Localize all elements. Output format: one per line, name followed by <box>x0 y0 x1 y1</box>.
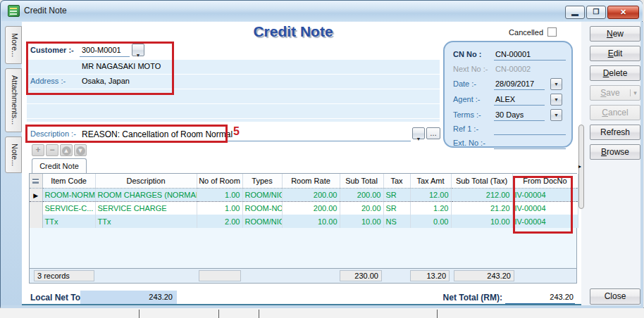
cancelled-label: Cancelled <box>487 28 543 37</box>
cancel-button-label: Cancel <box>602 108 628 117</box>
move-up-button[interactable]: ▲ <box>60 144 73 156</box>
grid-cell[interactable]: 200.00 <box>282 201 340 215</box>
minimize-icon: ▬ <box>566 10 584 18</box>
address-line-3[interactable] <box>27 89 440 104</box>
grid-cell[interactable]: ROOM/NIGHT <box>242 215 282 228</box>
grid-cell[interactable]: IV-00004 <box>512 215 578 228</box>
new-button[interactable]: New <box>590 26 640 42</box>
next-no-value: CN-00002 <box>495 65 531 73</box>
add-row-button[interactable]: + <box>32 144 44 156</box>
edit-button[interactable]: Edit <box>590 46 640 61</box>
date-dropdown-button[interactable] <box>550 78 562 90</box>
cancelled-checkbox[interactable] <box>547 27 557 37</box>
save-button[interactable]: Save▾ <box>590 85 640 101</box>
move-down-button[interactable]: ▼ <box>74 144 87 156</box>
grid-cell[interactable]: 200.00 <box>340 188 383 201</box>
address-field[interactable]: Osaka, Japan <box>82 77 130 85</box>
description-field[interactable]: REASON: Cancellation of Room Normal <box>82 129 233 139</box>
grid-cell[interactable]: 20.00 <box>340 201 383 215</box>
grid-cell[interactable]: SERVICE-C... <box>42 201 95 215</box>
column-header-item-code[interactable]: Item Code <box>42 174 95 188</box>
table-row[interactable]: TTxTTx2.00ROOM/NIGHT10.0010.00NS0.0010.0… <box>30 215 578 228</box>
edit-button-label: Edit <box>608 49 623 58</box>
credit-note-window: Credit Note ▬ ❐ ✕ More...Attachments...N… <box>0 0 643 307</box>
grid-cell[interactable]: 2.00 <box>197 215 242 228</box>
grid-cell[interactable]: 1.20 <box>410 201 451 215</box>
grid-cell[interactable]: SR <box>383 188 410 201</box>
description-label: Description :- <box>30 129 76 138</box>
delete-button-label: Delete <box>603 68 628 78</box>
grid-cell[interactable]: ROOM-NORM <box>242 201 282 215</box>
minimize-button[interactable]: ▬ <box>565 6 585 19</box>
grid-cell[interactable]: SERVICE CHARGE <box>95 201 197 215</box>
grid-cell[interactable]: IV-00004 <box>512 188 578 201</box>
column-header-tax-amt[interactable]: Tax Amt <box>410 174 451 188</box>
grid-cell[interactable]: 12.00 <box>410 188 451 201</box>
sidebar-tab-note[interactable]: Note... <box>5 136 22 173</box>
grid-cell[interactable]: SR <box>383 201 410 215</box>
sidebar-tab-attachments[interactable]: Attachments... <box>5 68 22 132</box>
column-header-sub-total[interactable]: Sub Total <box>340 174 383 188</box>
grid-cell[interactable]: 21.20 <box>451 201 512 215</box>
tab-credit-note[interactable]: Credit Note <box>32 158 87 173</box>
close-icon: ✕ <box>608 8 638 17</box>
grid-toolbar: + − ▲ ▼ <box>32 144 87 156</box>
remove-row-button[interactable]: − <box>46 144 58 156</box>
date-field[interactable]: 28/09/2017 <box>495 80 534 88</box>
row-selector[interactable] <box>30 215 42 228</box>
grid-cell[interactable]: 10.00 <box>451 215 512 228</box>
table-row[interactable]: SERVICE-C...SERVICE CHARGE1.00ROOM-NORM2… <box>30 201 578 215</box>
grid-cell[interactable]: ROOM CHARGES (NORMAL) <box>95 188 197 201</box>
footer-subtotal-tax: 243.20 <box>454 270 514 281</box>
save-dropdown-arrow-icon[interactable]: ▾ <box>630 89 640 96</box>
delete-button[interactable]: Delete <box>590 65 640 81</box>
cancel-button[interactable]: Cancel <box>590 105 640 120</box>
row-selector[interactable]: ▶ <box>30 188 42 201</box>
annotation-step-number: 5 <box>233 125 240 138</box>
agent-dropdown-button[interactable] <box>550 94 562 106</box>
cn-no-underline <box>494 60 566 61</box>
grid-cell[interactable]: TTx <box>95 215 197 228</box>
agent-field[interactable]: ALEX <box>495 95 515 103</box>
next-no-label: Next No :- <box>453 65 488 73</box>
close-button[interactable]: Close <box>590 288 640 305</box>
grid-cell[interactable]: 1.00 <box>197 188 242 201</box>
panel-splitter[interactable]: ▸ <box>578 125 584 209</box>
grid-cell[interactable]: 10.00 <box>282 215 340 228</box>
titlebar[interactable]: Credit Note ▬ ❐ ✕ <box>1 1 643 21</box>
browse-button[interactable]: Browse <box>590 144 640 160</box>
restore-button[interactable]: ❐ <box>586 6 606 19</box>
refresh-button[interactable]: Refresh <box>590 125 640 140</box>
column-header-from-docno[interactable]: From DocNo <box>512 174 578 188</box>
grid-cell[interactable]: TTx <box>42 215 95 228</box>
sidebar-tab-more[interactable]: More... <box>5 26 22 64</box>
column-header-room-rate[interactable]: Room Rate <box>282 174 340 188</box>
description-ellipsis-button[interactable]: … <box>426 127 440 139</box>
address-line-4[interactable] <box>27 104 440 119</box>
grid-cell[interactable]: 200.00 <box>282 188 340 201</box>
close-window-button[interactable]: ✕ <box>607 6 639 19</box>
footer-subtotal: 230.00 <box>340 270 382 281</box>
customer-code-field[interactable]: 300-M0001 <box>82 46 121 54</box>
terms-dropdown-button[interactable] <box>550 109 562 121</box>
column-header-no-of-room[interactable]: No of Room <box>197 174 242 188</box>
grid-cell[interactable]: IV-00004 <box>512 201 578 215</box>
grid-cell[interactable]: 0.00 <box>410 215 451 228</box>
terms-field[interactable]: 30 Days <box>495 110 524 119</box>
column-header-types[interactable]: Types <box>242 174 282 188</box>
row-selector[interactable] <box>30 201 42 215</box>
grid-cell[interactable]: ROOM/NIGHT <box>242 188 282 201</box>
column-header-description[interactable]: Description <box>95 174 197 188</box>
grid-cell[interactable]: 212.00 <box>451 188 512 201</box>
grid-cell[interactable]: ROOM-NORM <box>42 188 95 201</box>
grid-cell[interactable]: 1.00 <box>197 201 242 215</box>
cn-no-value[interactable]: CN-00001 <box>495 50 531 58</box>
description-dropdown-button[interactable] <box>412 127 425 139</box>
column-header-sub-total-tax-[interactable]: Sub Total (Tax) <box>451 174 512 188</box>
customer-dropdown-button[interactable] <box>132 44 144 56</box>
grid-cell[interactable]: NS <box>383 215 410 228</box>
grid-cell[interactable]: 10.00 <box>340 215 383 228</box>
restore-icon: ❐ <box>587 8 605 15</box>
table-row[interactable]: ▶ROOM-NORMROOM CHARGES (NORMAL)1.00ROOM/… <box>30 188 578 201</box>
column-header-tax[interactable]: Tax <box>383 174 410 188</box>
